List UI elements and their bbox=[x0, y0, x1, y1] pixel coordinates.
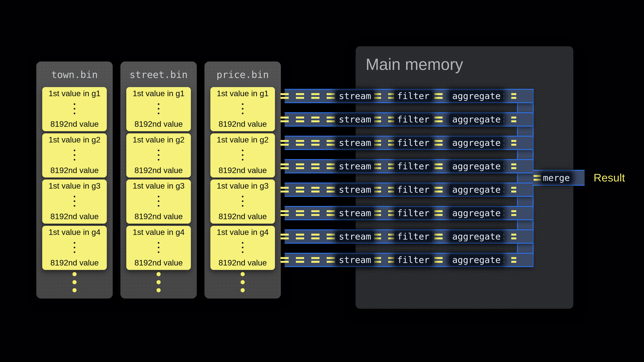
value-block-last-label: 8192nd value bbox=[50, 258, 98, 267]
value-block-last-label: 8192nd value bbox=[50, 212, 98, 221]
value-block-first-label: 1st value in g4 bbox=[48, 228, 100, 237]
file-column-header: town.bin bbox=[36, 61, 113, 80]
file-column-header: price.bin bbox=[204, 61, 281, 80]
value-block-ellipsis-icon bbox=[242, 150, 244, 161]
value-block-first-label: 1st value in g3 bbox=[132, 181, 184, 191]
aggregate-chip: aggregate bbox=[449, 254, 504, 266]
result-label: Result bbox=[594, 172, 625, 183]
pipeline-row: stream filter aggregate bbox=[284, 136, 533, 150]
value-block-first-label: 1st value in g1 bbox=[217, 89, 268, 98]
file-column: price.bin 1st value in g1 8192nd value 1… bbox=[204, 61, 281, 299]
value-block-last-label: 8192nd value bbox=[218, 258, 267, 267]
aggregate-chip: aggregate bbox=[449, 231, 504, 242]
filter-chip: filter bbox=[394, 184, 432, 195]
value-block-ellipsis-icon bbox=[158, 196, 160, 207]
value-block-first-label: 1st value in g3 bbox=[48, 181, 100, 191]
value-block-ellipsis-icon bbox=[158, 103, 160, 114]
value-block: 1st value in g3 8192nd value bbox=[42, 179, 107, 224]
value-block-last-label: 8192nd value bbox=[218, 212, 267, 221]
value-block: 1st value in g2 8192nd value bbox=[126, 133, 191, 178]
value-block: 1st value in g1 8192nd value bbox=[126, 87, 191, 131]
main-memory-title: Main memory bbox=[356, 46, 573, 73]
stream-chip: stream bbox=[336, 184, 374, 195]
value-block-ellipsis-icon bbox=[158, 242, 160, 253]
stream-chip: stream bbox=[336, 114, 374, 125]
value-block-ellipsis-icon bbox=[242, 103, 244, 114]
value-block-last-label: 8192nd value bbox=[50, 166, 98, 175]
value-block-ellipsis-icon bbox=[74, 150, 75, 161]
pipeline-row: stream filter aggregate bbox=[284, 229, 533, 244]
filter-chip: filter bbox=[394, 254, 432, 266]
overflow-dot-icon bbox=[240, 280, 245, 284]
value-block-last-label: 8192nd value bbox=[218, 166, 267, 175]
value-block: 1st value in g1 8192nd value bbox=[210, 87, 275, 131]
overflow-dot-icon bbox=[240, 288, 245, 292]
pipeline-row: stream filter aggregate bbox=[284, 206, 533, 220]
column-overflow-ellipsis bbox=[204, 272, 281, 292]
aggregate-chip: aggregate bbox=[449, 161, 504, 172]
overflow-dot-icon bbox=[72, 272, 76, 276]
merge-chip: merge bbox=[541, 172, 572, 183]
value-block-first-label: 1st value in g1 bbox=[132, 89, 184, 98]
value-block-last-label: 8192nd value bbox=[50, 119, 98, 129]
value-block-last-label: 8192nd value bbox=[134, 212, 183, 221]
value-block-first-label: 1st value in g1 bbox=[48, 89, 100, 98]
value-block: 1st value in g4 8192nd value bbox=[42, 226, 107, 270]
pipeline-row: stream filter aggregate bbox=[284, 183, 533, 197]
filter-chip: filter bbox=[394, 90, 432, 101]
stream-chip: stream bbox=[336, 208, 374, 219]
value-block-last-label: 8192nd value bbox=[134, 258, 183, 267]
diagram-canvas: Main memory town.bin 1st value in g1 819… bbox=[0, 0, 644, 362]
stream-chip: stream bbox=[336, 137, 374, 148]
value-block: 1st value in g2 8192nd value bbox=[210, 133, 275, 178]
value-block: 1st value in g3 8192nd value bbox=[126, 179, 191, 224]
aggregate-chip: aggregate bbox=[449, 208, 504, 219]
pipeline-row: stream filter aggregate bbox=[284, 253, 533, 267]
filter-chip: filter bbox=[394, 161, 432, 172]
value-block-ellipsis-icon bbox=[74, 242, 75, 253]
pipeline-row: stream filter aggregate bbox=[284, 112, 533, 127]
value-block: 1st value in g1 8192nd value bbox=[42, 87, 107, 131]
value-block-first-label: 1st value in g4 bbox=[132, 228, 184, 237]
file-column: town.bin 1st value in g1 8192nd value 1s… bbox=[36, 61, 113, 299]
value-block: 1st value in g4 8192nd value bbox=[126, 226, 191, 270]
pipeline-row: stream filter aggregate bbox=[284, 89, 533, 103]
value-block-ellipsis-icon bbox=[158, 150, 160, 161]
aggregate-chip: aggregate bbox=[449, 137, 504, 148]
overflow-dot-icon bbox=[156, 288, 161, 292]
filter-chip: filter bbox=[394, 208, 432, 219]
value-block: 1st value in g4 8192nd value bbox=[210, 226, 275, 270]
value-block-last-label: 8192nd value bbox=[134, 119, 183, 129]
filter-chip: filter bbox=[394, 231, 432, 242]
value-block-ellipsis-icon bbox=[74, 103, 75, 114]
column-overflow-ellipsis bbox=[120, 272, 197, 292]
merge-band: merge bbox=[533, 170, 584, 186]
stream-chip: stream bbox=[336, 90, 374, 101]
aggregate-chip: aggregate bbox=[449, 114, 504, 125]
value-block-last-label: 8192nd value bbox=[218, 119, 267, 129]
value-block-first-label: 1st value in g2 bbox=[132, 135, 184, 144]
overflow-dot-icon bbox=[72, 280, 76, 284]
stream-chip: stream bbox=[336, 254, 374, 266]
column-overflow-ellipsis bbox=[36, 272, 113, 292]
filter-chip: filter bbox=[394, 137, 432, 148]
value-block-first-label: 1st value in g3 bbox=[217, 181, 268, 191]
value-block-ellipsis-icon bbox=[242, 196, 244, 207]
filter-chip: filter bbox=[394, 114, 432, 125]
pipeline-row: stream filter aggregate bbox=[284, 159, 533, 173]
file-column: street.bin 1st value in g1 8192nd value … bbox=[120, 61, 197, 299]
value-block-last-label: 8192nd value bbox=[134, 166, 183, 175]
value-block: 1st value in g3 8192nd value bbox=[210, 179, 275, 224]
value-block-first-label: 1st value in g2 bbox=[217, 135, 268, 144]
overflow-dot-icon bbox=[156, 280, 161, 284]
file-column-header: street.bin bbox=[120, 61, 197, 80]
overflow-dot-icon bbox=[240, 272, 245, 276]
value-block: 1st value in g2 8192nd value bbox=[42, 133, 107, 178]
value-block-ellipsis-icon bbox=[242, 242, 244, 253]
aggregate-chip: aggregate bbox=[449, 90, 504, 101]
value-block-first-label: 1st value in g2 bbox=[48, 135, 100, 144]
equals-dash-icon bbox=[534, 175, 542, 181]
aggregate-chip: aggregate bbox=[449, 184, 504, 195]
overflow-dot-icon bbox=[72, 288, 76, 292]
stream-chip: stream bbox=[336, 231, 374, 242]
